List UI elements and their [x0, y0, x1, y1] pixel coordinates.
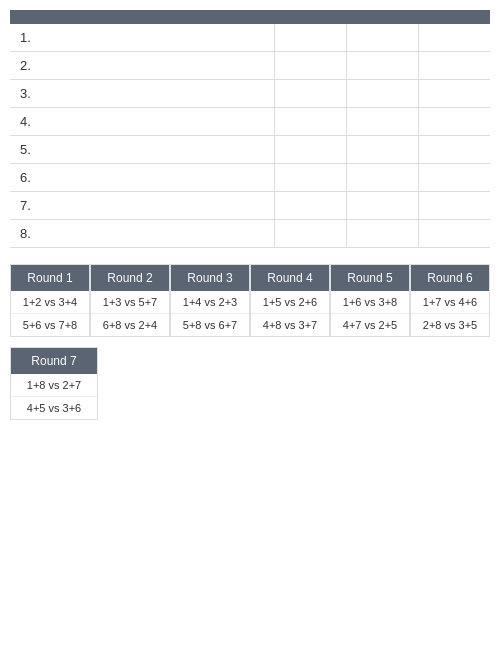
round-block-6: Round 61+7 vs 4+62+8 vs 3+5	[410, 264, 490, 337]
round-matchup: 1+4 vs 2+3	[171, 291, 249, 314]
table-row: 8.	[10, 220, 490, 248]
round-matchup: 1+7 vs 4+6	[411, 291, 489, 314]
player-wins	[274, 192, 346, 220]
round-header: Round 3	[171, 265, 249, 291]
round7-wrapper: Round 71+8 vs 2+74+5 vs 3+6	[10, 347, 490, 420]
table-row: 6.	[10, 164, 490, 192]
player-points	[418, 136, 490, 164]
player-losses	[346, 136, 418, 164]
round-matchup: 6+8 vs 2+4	[91, 314, 169, 336]
player-wins	[274, 80, 346, 108]
round-header: Round 4	[251, 265, 329, 291]
player-losses	[346, 108, 418, 136]
player-number: 4.	[10, 108, 274, 136]
player-losses	[346, 220, 418, 248]
round-matchup: 1+3 vs 5+7	[91, 291, 169, 314]
round-block-3: Round 31+4 vs 2+35+8 vs 6+7	[170, 264, 250, 337]
rounds-grid: Round 11+2 vs 3+45+6 vs 7+8Round 21+3 vs…	[10, 264, 490, 337]
player-number: 2.	[10, 52, 274, 80]
player-number: 8.	[10, 220, 274, 248]
player-number: 1.	[10, 24, 274, 52]
table-row: 3.	[10, 80, 490, 108]
player-wins	[274, 24, 346, 52]
round-block-2: Round 21+3 vs 5+76+8 vs 2+4	[90, 264, 170, 337]
player-number: 7.	[10, 192, 274, 220]
round-header: Round 6	[411, 265, 489, 291]
player-wins	[274, 220, 346, 248]
losses-header	[346, 10, 418, 24]
round-matchup: 1+2 vs 3+4	[11, 291, 89, 314]
player-points	[418, 80, 490, 108]
round7-header: Round 7	[11, 348, 97, 374]
player-losses	[346, 24, 418, 52]
round-matchup: 1+6 vs 3+8	[331, 291, 409, 314]
round-matchup: 5+6 vs 7+8	[11, 314, 89, 336]
player-losses	[346, 80, 418, 108]
round-matchup: 4+8 vs 3+7	[251, 314, 329, 336]
table-row: 7.	[10, 192, 490, 220]
player-points	[418, 192, 490, 220]
round-block-4: Round 41+5 vs 2+64+8 vs 3+7	[250, 264, 330, 337]
round-header: Round 1	[11, 265, 89, 291]
round-matchup: 1+5 vs 2+6	[251, 291, 329, 314]
wins-header	[274, 10, 346, 24]
points-header	[418, 10, 490, 24]
round-block-7: Round 71+8 vs 2+74+5 vs 3+6	[10, 347, 98, 420]
table-row: 1.	[10, 24, 490, 52]
player-points	[418, 220, 490, 248]
player-points	[418, 164, 490, 192]
round7-matchup: 4+5 vs 3+6	[11, 397, 97, 419]
round7-matchup: 1+8 vs 2+7	[11, 374, 97, 397]
player-number: 3.	[10, 80, 274, 108]
table-row: 4.	[10, 108, 490, 136]
player-wins	[274, 108, 346, 136]
round-header: Round 5	[331, 265, 409, 291]
player-number: 6.	[10, 164, 274, 192]
round-matchup: 2+8 vs 3+5	[411, 314, 489, 336]
round-matchup: 4+7 vs 2+5	[331, 314, 409, 336]
player-wins	[274, 164, 346, 192]
player-points	[418, 52, 490, 80]
round-header: Round 2	[91, 265, 169, 291]
player-header	[10, 10, 274, 24]
player-number: 5.	[10, 136, 274, 164]
table-row: 5.	[10, 136, 490, 164]
table-row: 2.	[10, 52, 490, 80]
player-points	[418, 24, 490, 52]
player-points	[418, 108, 490, 136]
player-wins	[274, 52, 346, 80]
round-block-5: Round 51+6 vs 3+84+7 vs 2+5	[330, 264, 410, 337]
round-matchup: 5+8 vs 6+7	[171, 314, 249, 336]
player-losses	[346, 52, 418, 80]
player-losses	[346, 192, 418, 220]
standings-table: 1. 2. 3. 4. 5. 6. 7. 8.	[10, 10, 490, 248]
player-losses	[346, 164, 418, 192]
round-block-1: Round 11+2 vs 3+45+6 vs 7+8	[10, 264, 90, 337]
player-wins	[274, 136, 346, 164]
